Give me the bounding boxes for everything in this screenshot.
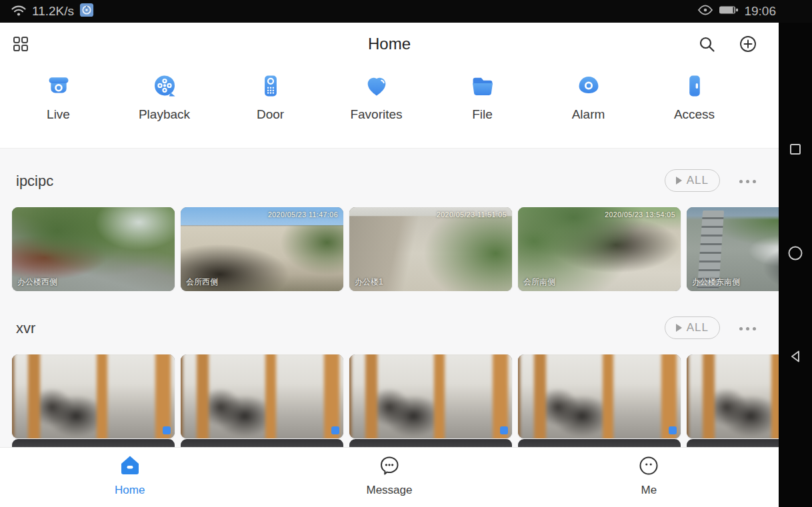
play-icon xyxy=(676,324,682,332)
camera-thumbnail[interactable] xyxy=(12,354,175,438)
camera-snapshot xyxy=(687,354,779,438)
network-speed: 11.2K/s xyxy=(32,4,74,19)
page-title: Home xyxy=(0,23,779,65)
camera-thumbnail[interactable]: 2020/05/23 11:51:05 办公楼1 xyxy=(349,207,512,291)
osd-camera-name: 办公楼1 xyxy=(355,276,383,288)
home-icon xyxy=(118,454,142,478)
camera-thumbnail[interactable] xyxy=(349,354,512,438)
camera-snapshot xyxy=(518,354,681,438)
file-icon xyxy=(469,73,496,99)
eye-protection-icon xyxy=(697,3,713,20)
osd-camera-name: 办公楼西侧 xyxy=(17,276,57,288)
channel-badge-icon xyxy=(163,426,171,434)
camera-thumbnail[interactable]: 2020/05/23 11:47:06 会所西侧 xyxy=(181,207,343,291)
search-icon[interactable] xyxy=(697,35,716,53)
channel-badge-icon xyxy=(500,426,508,434)
recents-icon[interactable] xyxy=(785,139,805,159)
shortcut-label: Door xyxy=(257,107,284,122)
shortcut-label: File xyxy=(472,107,493,122)
channel-badge-icon xyxy=(669,426,677,434)
shortcut-door[interactable]: Door xyxy=(217,65,323,148)
shortcut-label: Favorites xyxy=(350,107,402,122)
section-more-button[interactable] xyxy=(735,322,760,335)
shortcut-label: Live xyxy=(47,107,70,122)
shortcut-playback[interactable]: Playback xyxy=(111,65,217,148)
osd-timestamp: 2020/05/23 13:54:05 xyxy=(605,211,675,219)
camera-thumbnail[interactable] xyxy=(687,354,779,438)
osd-timestamp: 2020/05/23 11:47:06 xyxy=(268,211,338,219)
play-icon xyxy=(676,177,682,185)
play-all-button[interactable]: ALL xyxy=(665,316,720,339)
playback-icon xyxy=(151,73,178,99)
camera-snapshot xyxy=(12,354,175,438)
favorites-icon xyxy=(363,73,390,99)
android-nav-bar xyxy=(779,23,812,507)
thumbnail-row: 办公楼西侧 2020/05/23 11:47:06 会所西侧 2020/05/2… xyxy=(0,207,779,291)
play-all-button[interactable]: ALL xyxy=(665,169,720,192)
battery-icon xyxy=(719,4,739,19)
section-more-button[interactable] xyxy=(735,175,760,188)
app-window: Home Live Playback Door Favorites File A… xyxy=(0,23,779,507)
back-icon[interactable] xyxy=(785,346,805,366)
home-circle-icon[interactable] xyxy=(785,243,805,263)
shortcut-access[interactable]: Access xyxy=(641,65,747,148)
camera-snapshot xyxy=(181,354,343,438)
osd-camera-name: 会所西侧 xyxy=(186,276,218,288)
door-icon xyxy=(257,73,284,99)
bottom-nav: Home Message Me xyxy=(0,447,779,507)
tab-me[interactable]: Me xyxy=(519,448,779,507)
app-header: Home xyxy=(0,23,779,65)
shortcut-favorites[interactable]: Favorites xyxy=(323,65,429,148)
section-title: ipcipc xyxy=(16,169,53,193)
shortcut-label: Alarm xyxy=(572,107,605,122)
add-device-icon[interactable] xyxy=(739,35,757,53)
app-icon xyxy=(79,3,94,20)
me-icon xyxy=(637,454,661,478)
osd-camera-name: 会所南侧 xyxy=(523,276,555,288)
tab-label: Home xyxy=(115,484,145,497)
play-all-label: ALL xyxy=(687,321,709,334)
status-bar: 11.2K/s 19:06 xyxy=(0,0,812,23)
section-header: ipcipc ALL xyxy=(0,169,779,193)
tab-home[interactable]: Home xyxy=(0,448,259,507)
shortcut-live[interactable]: Live xyxy=(5,65,111,148)
shortcut-row: Live Playback Door Favorites File Alarm … xyxy=(5,65,779,148)
shortcut-label: Access xyxy=(674,107,715,122)
camera-thumbnail[interactable]: 办公楼东南侧 xyxy=(687,207,779,291)
camera-thumbnail[interactable]: 2020/05/23 13:54:05 会所南侧 xyxy=(518,207,681,291)
shortcut-alarm[interactable]: Alarm xyxy=(535,65,641,148)
camera-snapshot xyxy=(349,354,512,438)
camera-thumbnail[interactable]: 办公楼西侧 xyxy=(12,207,175,291)
tab-message[interactable]: Message xyxy=(259,448,519,507)
tab-label: Me xyxy=(641,484,657,497)
play-all-label: ALL xyxy=(687,174,709,187)
thumbnail-row xyxy=(0,354,779,438)
wifi-icon xyxy=(11,3,27,20)
camera-thumbnail[interactable] xyxy=(181,354,343,438)
live-icon xyxy=(45,73,72,99)
channel-badge-icon xyxy=(331,426,339,434)
alarm-icon xyxy=(575,73,602,99)
camera-thumbnail[interactable] xyxy=(518,354,681,438)
osd-timestamp: 2020/05/23 11:51:05 xyxy=(437,211,507,219)
tab-label: Message xyxy=(367,484,413,497)
osd-camera-name: 办公楼东南侧 xyxy=(692,276,740,288)
message-icon xyxy=(377,454,401,478)
shortcut-file[interactable]: File xyxy=(429,65,535,148)
shortcut-label: Playback xyxy=(139,107,190,122)
access-icon xyxy=(681,73,708,99)
clock: 19:06 xyxy=(744,4,776,19)
section-header: xvr ALL xyxy=(0,316,779,340)
section-title: xvr xyxy=(16,316,35,340)
